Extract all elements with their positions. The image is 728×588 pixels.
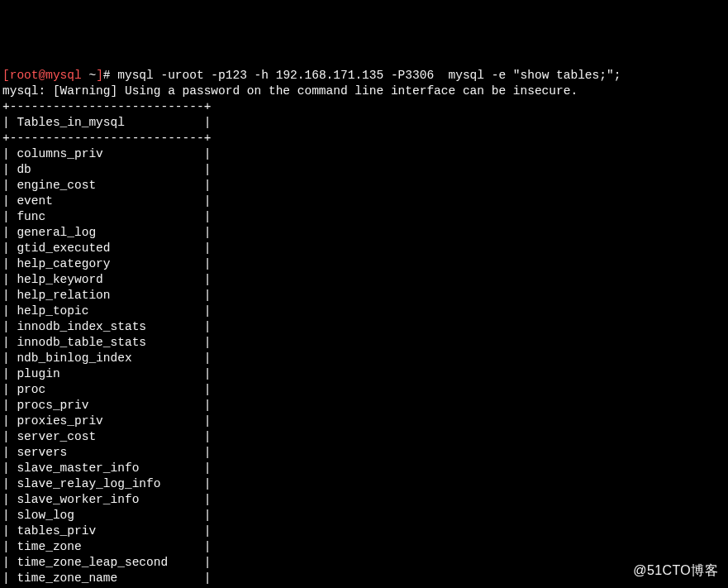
table-cell: general_log: [17, 226, 197, 239]
table-cell: db: [17, 163, 197, 176]
table-cell: server_cost: [17, 430, 197, 443]
table-row: | time_zone_leap_second |: [2, 555, 728, 571]
table-cell: slave_worker_info: [17, 493, 197, 506]
table-cell: help_keyword: [17, 273, 197, 286]
prompt-user: root: [10, 69, 39, 82]
table-row: | slow_log |: [2, 508, 728, 523]
table-row: | servers |: [2, 445, 728, 461]
table-border-top: +---------------------------+: [2, 99, 728, 115]
table-row: | server_cost |: [2, 429, 728, 445]
table-cell: engine_cost: [17, 179, 197, 192]
prompt-open: [: [2, 69, 10, 82]
table-row: | proxies_priv |: [2, 414, 728, 429]
table-cell: help_relation: [17, 289, 197, 302]
table-row: | slave_master_info |: [2, 461, 728, 476]
table-cell: slow_log: [17, 509, 197, 522]
table-row: | innodb_table_stats |: [2, 335, 728, 351]
prompt-host: mysql: [45, 69, 82, 82]
table-cell: procs_priv: [17, 399, 197, 412]
table-cell: time_zone_name: [17, 571, 197, 585]
table-row: | plugin |: [2, 366, 728, 382]
table-cell: time_zone: [17, 540, 197, 553]
table-row: | columns_priv |: [2, 146, 728, 162]
table-row: | help_keyword |: [2, 272, 728, 288]
table-row: | general_log |: [2, 225, 728, 241]
table-row: | slave_relay_log_info |: [2, 476, 728, 492]
table-cell: columns_priv: [17, 147, 197, 160]
pad: [125, 116, 197, 129]
table-row: | func |: [2, 209, 728, 225]
table-cell: innodb_index_stats: [17, 320, 197, 333]
table-cell: innodb_table_stats: [17, 336, 197, 349]
table-row: | gtid_executed |: [2, 241, 728, 256]
table-cell: time_zone_leap_second: [17, 556, 197, 569]
table-cell: help_category: [17, 257, 197, 270]
table-row: | ndb_binlog_index |: [2, 351, 728, 366]
table-row: | engine_cost |: [2, 178, 728, 194]
prompt-at: @: [39, 69, 46, 82]
table-header-text: Tables_in_mysql: [17, 116, 125, 129]
table-row: | procs_priv |: [2, 398, 728, 414]
watermark: @51CTO博客: [633, 562, 718, 578]
table-cell: plugin: [17, 367, 197, 380]
table-row: | time_zone_name |: [2, 571, 728, 586]
table-row: | help_topic |: [2, 304, 728, 319]
table-cell: func: [17, 210, 197, 223]
table-row: | help_relation |: [2, 288, 728, 304]
command-line[interactable]: [root@mysql ~]# mysql -uroot -p123 -h 19…: [2, 68, 728, 84]
prompt-symbol: #: [103, 69, 111, 82]
command-text: mysql -uroot -p123 -h 192.168.171.135 -P…: [117, 69, 621, 82]
table-cell: gtid_executed: [17, 241, 197, 255]
table-cell: proc: [17, 383, 197, 396]
table-cell: proxies_priv: [17, 414, 197, 428]
table-cell: tables_priv: [17, 524, 197, 538]
prompt-close: ]: [96, 69, 103, 82]
table-row: | time_zone |: [2, 539, 728, 555]
table-row: | db |: [2, 162, 728, 178]
table-cell: ndb_binlog_index: [17, 351, 197, 365]
table-cell: slave_master_info: [17, 461, 197, 475]
table-header-row: | Tables_in_mysql |: [2, 115, 728, 131]
table-row: | help_category |: [2, 256, 728, 272]
prompt-path: ~: [88, 69, 96, 82]
table-cell: slave_relay_log_info: [17, 477, 197, 490]
table-cell: servers: [17, 446, 197, 459]
table-row: | proc |: [2, 382, 728, 398]
table-border-mid: +---------------------------+: [2, 131, 728, 146]
table-row: | event |: [2, 194, 728, 209]
table-row: | slave_worker_info |: [2, 492, 728, 508]
table-row: | tables_priv |: [2, 523, 728, 539]
table-row: | innodb_index_stats |: [2, 319, 728, 335]
table-cell: event: [17, 194, 197, 208]
table-cell: help_topic: [17, 304, 197, 318]
warning-line: mysql: [Warning] Using a password on the…: [2, 84, 728, 99]
